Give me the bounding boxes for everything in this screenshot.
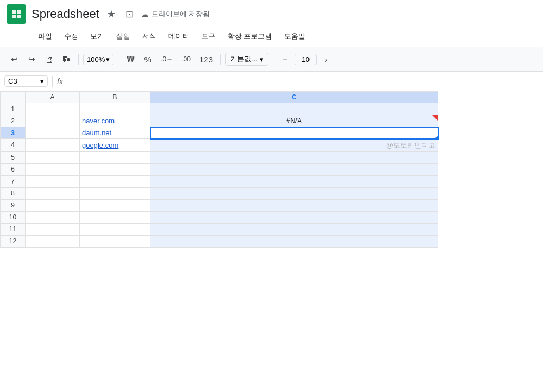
cell-b6[interactable]	[80, 163, 150, 175]
app-title: Spreadsheet	[31, 7, 99, 21]
spreadsheet-table: A B C 12naver.com#N/A3daum.net4google.co…	[0, 91, 439, 248]
separator-1	[78, 54, 79, 65]
menu-item-삽입[interactable]: 삽입	[111, 29, 136, 43]
cell-c12[interactable]	[150, 235, 438, 247]
menu-item-보기[interactable]: 보기	[85, 29, 110, 43]
cell-c1[interactable]	[150, 103, 438, 115]
cell-b9[interactable]	[80, 199, 150, 211]
cell-c10[interactable]	[150, 211, 438, 223]
table-row: 11	[1, 223, 438, 235]
minus-button[interactable]: −	[277, 53, 293, 66]
cell-a2[interactable]	[26, 115, 80, 127]
fx-label: fx	[57, 77, 63, 86]
cell-a12[interactable]	[26, 235, 80, 247]
cell-c11[interactable]	[150, 223, 438, 235]
inc-decimals-button[interactable]: .00	[178, 53, 194, 65]
cell-b11[interactable]	[80, 223, 150, 235]
col-header-a[interactable]: A	[26, 92, 80, 103]
cell-b4[interactable]: google.com	[80, 139, 150, 152]
row-header-5[interactable]: 5	[1, 151, 26, 163]
cell-b5[interactable]	[80, 151, 150, 163]
formula-divider	[52, 76, 53, 87]
cell-b10[interactable]	[80, 211, 150, 223]
cell-link-b3[interactable]: daum.net	[82, 129, 111, 137]
percent-button[interactable]: %	[140, 53, 155, 66]
cell-reference[interactable]: C3 ▾	[4, 75, 48, 87]
menu-item-확장 프로그램[interactable]: 확장 프로그램	[222, 29, 277, 43]
col-header-c[interactable]: C	[150, 92, 438, 103]
cell-a7[interactable]	[26, 175, 80, 187]
cell-c2[interactable]: #N/A	[150, 115, 438, 127]
menu-item-데이터[interactable]: 데이터	[163, 29, 195, 43]
cell-a9[interactable]	[26, 199, 80, 211]
cell-a4[interactable]	[26, 139, 80, 152]
menu-item-파일[interactable]: 파일	[33, 29, 58, 43]
star-icon[interactable]: ★	[105, 6, 118, 22]
cell-b3[interactable]: daum.net	[80, 127, 150, 139]
row-header-12[interactable]: 12	[1, 235, 26, 247]
font-size-input[interactable]: 10	[295, 54, 317, 65]
row-header-6[interactable]: 6	[1, 163, 26, 175]
svg-rect-3	[12, 15, 16, 18]
cell-c3[interactable]	[150, 127, 438, 139]
format-paint-button[interactable]	[59, 53, 74, 66]
table-row: 3daum.net	[1, 127, 438, 139]
redo-button[interactable]: ↪	[24, 52, 39, 66]
svg-rect-1	[12, 10, 16, 14]
row-header-2[interactable]: 2	[1, 115, 26, 127]
cell-c5[interactable]	[150, 151, 438, 163]
cell-error-value: #N/A	[153, 117, 435, 125]
menu-item-도움말[interactable]: 도움말	[279, 29, 311, 43]
toolbar: ↩ ↪ 🖨 100% ▾ ₩ % .0← .00 123 기본값... ▾ − …	[0, 47, 543, 72]
svg-rect-4	[17, 15, 21, 18]
folder-icon[interactable]: ⊡	[123, 6, 136, 22]
row-header-10[interactable]: 10	[1, 211, 26, 223]
cell-b12[interactable]	[80, 235, 150, 247]
cell-a6[interactable]	[26, 163, 80, 175]
currency-button[interactable]: ₩	[123, 52, 138, 66]
formula-input[interactable]	[67, 77, 539, 85]
cell-b1[interactable]	[80, 103, 150, 115]
cell-link-b2[interactable]: naver.com	[82, 117, 115, 125]
menu-bar: 파일수정보기삽입서식데이터도구확장 프로그램도움말	[0, 28, 543, 47]
cell-c9[interactable]	[150, 199, 438, 211]
cell-link-b4[interactable]: google.com	[82, 141, 118, 149]
row-header-11[interactable]: 11	[1, 223, 26, 235]
cell-c8[interactable]	[150, 187, 438, 199]
undo-button[interactable]: ↩	[7, 52, 22, 66]
cell-b2[interactable]: naver.com	[80, 115, 150, 127]
cell-c7[interactable]	[150, 175, 438, 187]
menu-item-수정[interactable]: 수정	[59, 29, 84, 43]
row-header-4[interactable]: 4	[1, 139, 26, 152]
row-header-9[interactable]: 9	[1, 199, 26, 211]
cell-b8[interactable]	[80, 187, 150, 199]
table-row: 5	[1, 151, 438, 163]
zoom-selector[interactable]: 100% ▾	[83, 54, 113, 65]
dec-decimals-button[interactable]: .0←	[157, 53, 176, 65]
cell-a5[interactable]	[26, 151, 80, 163]
svg-rect-7	[67, 58, 70, 61]
cell-a10[interactable]	[26, 211, 80, 223]
cell-c6[interactable]	[150, 163, 438, 175]
cell-a1[interactable]	[26, 103, 80, 115]
menu-item-도구[interactable]: 도구	[196, 29, 221, 43]
grid-body: 12naver.com#N/A3daum.net4google.com@도토리인…	[1, 103, 438, 248]
cell-a3[interactable]	[26, 127, 80, 139]
zoom-level: 100%	[87, 55, 105, 64]
table-row: 12	[1, 235, 438, 247]
format-selector[interactable]: 기본값... ▾	[225, 53, 268, 66]
table-row: 1	[1, 103, 438, 115]
row-header-7[interactable]: 7	[1, 175, 26, 187]
more-button[interactable]: ›	[319, 53, 334, 66]
print-button[interactable]: 🖨	[41, 53, 56, 66]
cell-a8[interactable]	[26, 187, 80, 199]
cell-c4[interactable]: @도토리인디고	[150, 139, 438, 152]
row-header-3[interactable]: 3	[1, 127, 26, 139]
cell-a11[interactable]	[26, 223, 80, 235]
row-header-1[interactable]: 1	[1, 103, 26, 115]
num-format-button[interactable]: 123	[196, 53, 216, 66]
menu-item-서식[interactable]: 서식	[137, 29, 162, 43]
col-header-b[interactable]: B	[80, 92, 150, 103]
row-header-8[interactable]: 8	[1, 187, 26, 199]
cell-b7[interactable]	[80, 175, 150, 187]
